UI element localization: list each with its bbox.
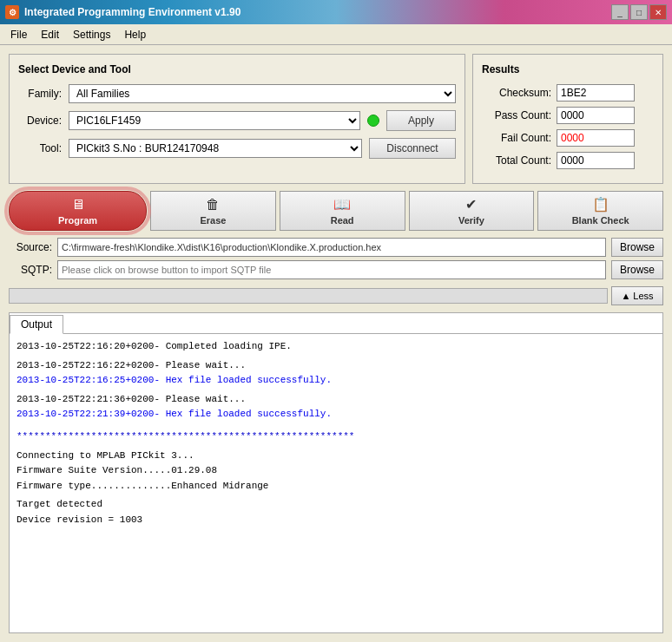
tool-label: Tool: [18,142,62,154]
device-select[interactable]: PIC16LF1459 [69,111,360,130]
progress-bar-container [9,288,608,304]
output-line: ****************************************… [16,429,656,445]
sqtp-label: SQTP: [9,264,52,276]
menu-help[interactable]: Help [117,27,153,43]
device-label: Device: [18,115,62,127]
source-section: Source: Browse SQTP: Browse [9,238,663,279]
checksum-row: Checksum: 1BE2 [482,84,654,102]
family-label: Family: [18,88,62,100]
minimize-button[interactable]: _ [611,4,629,20]
verify-label: Verify [458,215,484,226]
tool-select[interactable]: PICkit3 S.No : BUR124170948 [69,139,362,158]
menu-bar: File Edit Settings Help [0,24,672,45]
sqtp-input[interactable] [57,260,606,279]
source-browse-button[interactable]: Browse [611,238,663,257]
blank-check-icon: 📋 [592,196,609,213]
output-line: Target detected [16,497,656,513]
output-tabs: Output [10,313,662,334]
close-button[interactable]: ✕ [649,4,667,20]
output-line: 2013-10-25T22:16:25+0200- Hex file loade… [16,373,656,389]
maximize-button[interactable]: □ [630,4,648,20]
output-line: Firmware type..............Enhanced Midr… [16,479,656,495]
output-line: Firmware Suite Version.....01.29.08 [16,463,656,479]
window-controls: _ □ ✕ [611,4,667,20]
output-line: 2013-10-25T22:16:20+0200- Completed load… [16,339,656,355]
results-panel-title: Results [482,63,654,75]
less-button[interactable]: ▲ Less [611,286,663,305]
total-count-row: Total Count: 0000 [482,152,654,169]
title-bar: ⚙ Integrated Programming Environment v1.… [0,0,672,24]
app-icon: ⚙ [5,5,19,19]
menu-settings[interactable]: Settings [66,27,117,43]
pass-count-row: Pass Count: 0000 [482,107,654,124]
fail-count-row: Fail Count: 0000 [482,129,654,147]
erase-label: Erase [200,215,226,226]
results-panel: Results Checksum: 1BE2 Pass Count: 0000 … [472,54,663,184]
verify-icon: ✔ [465,196,477,213]
read-label: Read [331,215,354,226]
read-icon: 📖 [333,196,351,213]
progress-bar-wrapper [9,288,608,304]
source-row: Source: Browse [9,238,663,257]
output-content: 2013-10-25T22:16:20+0200- Completed load… [10,334,662,632]
blank-check-label: Blank Check [572,215,629,226]
erase-icon: 🗑 [206,197,220,213]
verify-button[interactable]: ✔ Verify [409,191,535,231]
output-tab[interactable]: Output [10,315,63,334]
fail-count-value: 0000 [557,129,635,147]
read-button[interactable]: 📖 Read [280,191,405,231]
output-line: Device revision = 1003 [16,513,656,528]
program-label: Program [58,215,97,226]
total-count-label: Total Count: [482,154,551,167]
output-section: Output 2013-10-25T22:16:20+0200- Complet… [9,312,663,633]
checksum-label: Checksum: [482,87,551,99]
blank-check-button[interactable]: 📋 Blank Check [537,191,663,231]
menu-file[interactable]: File [3,27,34,43]
apply-button[interactable]: Apply [386,110,456,131]
device-panel-title: Select Device and Tool [18,63,456,75]
family-select[interactable]: All Families [69,84,456,103]
output-line: 2013-10-25T22:21:36+0200- Please wait... [16,392,656,408]
output-line: Connecting to MPLAB PICkit 3... [16,449,656,464]
device-panel: Select Device and Tool Family: All Famil… [9,54,465,184]
fail-count-label: Fail Count: [482,132,551,144]
sqtp-browse-button[interactable]: Browse [611,260,663,279]
disconnect-button[interactable]: Disconnect [369,138,456,159]
program-icon: 🖥 [71,197,85,213]
output-line: 2013-10-25T22:16:22+0200- Please wait... [16,358,656,374]
family-row: Family: All Families [18,84,456,103]
program-button[interactable]: 🖥 Program [9,191,147,231]
erase-button[interactable]: 🗑 Erase [150,191,276,231]
top-section: Select Device and Tool Family: All Famil… [9,54,663,184]
app-title: Integrated Programming Environment v1.90 [24,6,611,18]
source-input[interactable] [57,238,606,257]
total-count-value: 0000 [557,152,635,169]
tool-row: Tool: PICkit3 S.No : BUR124170948 Discon… [18,138,456,159]
action-buttons: 🖥 Program 🗑 Erase 📖 Read ✔ Verify 📋 Blan… [9,191,663,231]
pass-count-label: Pass Count: [482,109,551,121]
connection-indicator [367,115,379,127]
menu-edit[interactable]: Edit [34,27,66,43]
progress-row: ▲ Less [9,286,663,305]
pass-count-value: 0000 [557,107,635,124]
output-line: 2013-10-25T22:21:39+0200- Hex file loade… [16,407,656,423]
sqtp-row: SQTP: Browse [9,260,663,279]
source-label: Source: [9,241,52,253]
main-content: Select Device and Tool Family: All Famil… [0,45,672,642]
device-row: Device: PIC16LF1459 Apply [18,110,456,131]
checksum-value: 1BE2 [557,84,635,102]
